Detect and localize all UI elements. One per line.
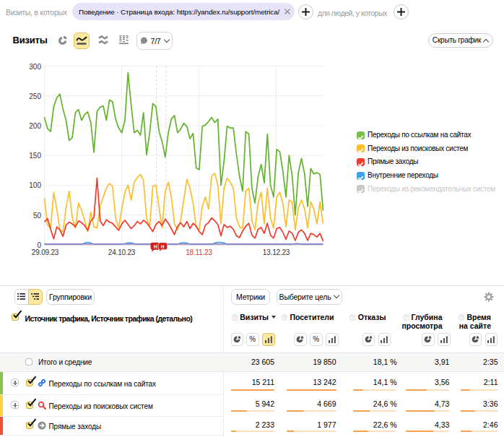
- svg-text:Н: Н: [161, 244, 165, 249]
- svg-text:Н: Н: [154, 244, 157, 249]
